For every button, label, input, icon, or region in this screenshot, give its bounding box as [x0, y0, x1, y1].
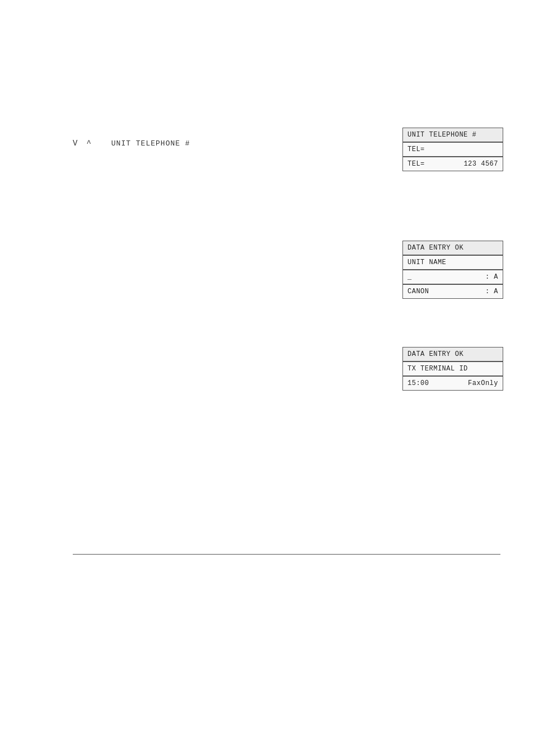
nav-up-arrow[interactable]: ^ — [86, 139, 91, 148]
unit-telephone-row1: TEL= — [402, 142, 503, 157]
unit-name-header: UNIT NAME — [402, 255, 503, 270]
data-entry-ok-label1: DATA ENTRY OK — [402, 241, 503, 255]
tel-label: TEL= — [407, 160, 425, 168]
unit-telephone-row2: TEL= 123 4567 — [402, 157, 503, 171]
unit-telephone-group: UNIT TELEPHONE # TEL= TEL= 123 4567 — [402, 128, 503, 171]
bottom-divider — [73, 554, 500, 555]
unit-name-value: CANON — [407, 288, 429, 295]
unit-name-mode2: : A — [485, 288, 498, 295]
nav-label: UNIT TELEPHONE # — [111, 139, 190, 148]
tx-terminal-header: TX TERMINAL ID — [402, 361, 503, 376]
nav-down-arrow[interactable]: V — [73, 139, 77, 148]
unit-name-mode1: : A — [485, 273, 498, 281]
nav-row: V ^ UNIT TELEPHONE # — [73, 139, 190, 148]
tx-terminal-group: DATA ENTRY OK TX TERMINAL ID 15:00 FaxOn… — [402, 347, 503, 391]
unit-name-group: DATA ENTRY OK UNIT NAME _ : A CANON : A — [402, 241, 503, 299]
unit-name-cursor: _ — [407, 273, 412, 281]
unit-name-row2: CANON : A — [402, 284, 503, 299]
tx-time: 15:00 — [407, 379, 429, 387]
tx-mode: FaxOnly — [468, 379, 498, 387]
tel-value: 123 4567 — [463, 160, 498, 168]
data-entry-ok-label2: DATA ENTRY OK — [402, 347, 503, 361]
tx-terminal-row1: 15:00 FaxOnly — [402, 376, 503, 391]
unit-name-row1: _ : A — [402, 270, 503, 284]
unit-telephone-header: UNIT TELEPHONE # — [402, 128, 503, 142]
main-content: V ^ UNIT TELEPHONE # UNIT TELEPHONE # TE… — [0, 0, 534, 756]
